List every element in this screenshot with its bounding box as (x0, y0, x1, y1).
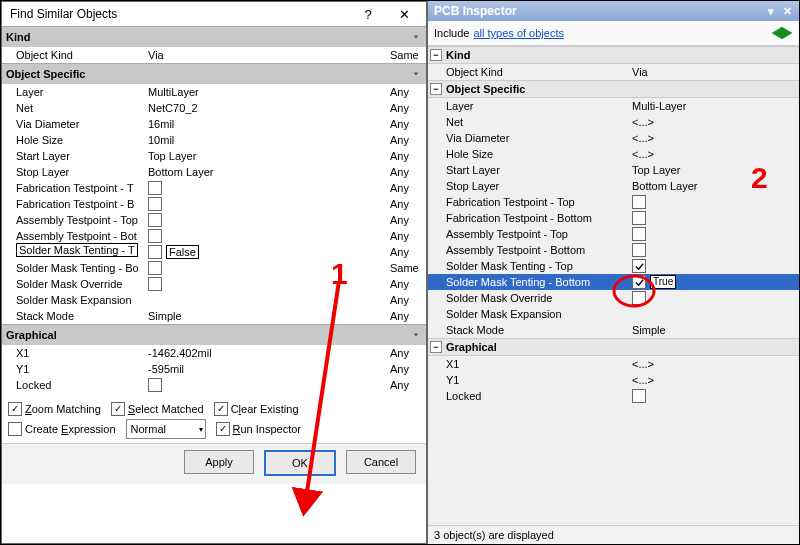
section-graphical[interactable]: Graphical (2, 324, 426, 345)
checkbox[interactable] (632, 243, 646, 257)
prop-row[interactable]: Assembly Testpoint - Bottom (428, 242, 799, 258)
table-row[interactable]: Fabrication Testpoint - BAny (2, 196, 426, 212)
prop-row[interactable]: Start LayerTop Layer (428, 162, 799, 178)
checkbox[interactable] (632, 275, 646, 289)
table-row[interactable]: Assembly Testpoint - TopAny (2, 212, 426, 228)
section-kind[interactable]: Kind (2, 26, 426, 47)
checkbox[interactable] (632, 195, 646, 209)
prop-row[interactable]: X1<...> (428, 356, 799, 372)
prop-row[interactable]: Solder Mask Expansion (428, 306, 799, 322)
prop-row[interactable]: LayerMulti-Layer (428, 98, 799, 114)
section-object-specific[interactable]: Object Specific (2, 63, 426, 84)
prop-row[interactable]: Hole Size<...> (428, 146, 799, 162)
table-row[interactable]: LayerMultiLayerAny (2, 84, 426, 100)
table-row[interactable]: Stack ModeSimpleAny (2, 308, 426, 324)
opt-run-inspector[interactable]: ✓Run Inspector (216, 422, 302, 436)
close-icon[interactable]: ✕ (779, 5, 795, 18)
table-row[interactable]: Assembly Testpoint - BotAny (2, 228, 426, 244)
table-row[interactable]: Solder Mask OverrideAny (2, 276, 426, 292)
include-link[interactable]: all types of objects (473, 27, 564, 39)
status-bar: 3 object(s) are displayed (428, 525, 799, 544)
row-object-kind[interactable]: Object Kind Via Same (2, 47, 426, 63)
chevron-down-icon: ▾ (199, 425, 203, 434)
checkbox[interactable] (632, 227, 646, 241)
find-similar-objects-dialog: Find Similar Objects ? ✕ Kind Object Kin… (1, 1, 427, 544)
checkbox[interactable] (148, 378, 162, 392)
prop-row[interactable]: Fabrication Testpoint - Top (428, 194, 799, 210)
ok-button[interactable]: OK (264, 450, 336, 476)
table-row[interactable]: Fabrication Testpoint - TAny (2, 180, 426, 196)
button-bar: Apply OK Cancel (2, 443, 426, 484)
prop-row[interactable]: Locked (428, 388, 799, 404)
table-row[interactable]: Stop LayerBottom LayerAny (2, 164, 426, 180)
collapse-icon[interactable]: − (430, 49, 442, 61)
panel-titlebar: PCB Inspector ▾ ✕ (428, 1, 799, 21)
table-row[interactable]: X1-1462.402milAny (2, 345, 426, 361)
options-area: ✓Zoom Matching ✓Select Matched ✓Clear Ex… (2, 393, 426, 443)
opt-create-expression[interactable]: Create Expression (8, 422, 116, 436)
prop-row-sm-tenting-bottom[interactable]: Solder Mask Tenting - Bottom True (428, 274, 799, 290)
table-row[interactable]: Y1-595milAny (2, 361, 426, 377)
prop-row[interactable]: Y1<...> (428, 372, 799, 388)
svg-marker-0 (772, 27, 792, 39)
checkbox[interactable] (632, 259, 646, 273)
checkbox[interactable] (148, 197, 162, 211)
opt-select-matched[interactable]: ✓Select Matched (111, 402, 204, 416)
collapse-icon[interactable]: − (430, 83, 442, 95)
chevron-down-icon (412, 66, 420, 82)
dropdown-icon[interactable]: ▾ (763, 5, 779, 18)
table-row[interactable]: Via Diameter16milAny (2, 116, 426, 132)
table-row[interactable]: Solder Mask Tenting - BoSame (2, 260, 426, 276)
checkbox[interactable] (148, 213, 162, 227)
checkbox[interactable] (632, 389, 646, 403)
apply-button[interactable]: Apply (184, 450, 254, 474)
row-sm-tenting-top[interactable]: Solder Mask Tenting - T False Any (2, 244, 426, 260)
cancel-button[interactable]: Cancel (346, 450, 416, 474)
prop-row[interactable]: Fabrication Testpoint - Bottom (428, 210, 799, 226)
checkbox[interactable] (632, 291, 646, 305)
checkbox[interactable] (148, 181, 162, 195)
opt-clear-existing[interactable]: ✓Clear Existing (214, 402, 299, 416)
annotation-2: 2 (751, 161, 768, 195)
annotation-1: 1 (331, 257, 348, 291)
panel-include-bar: Include all types of objects (428, 21, 799, 46)
chevron-down-icon (412, 327, 420, 343)
table-row[interactable]: Hole Size10milAny (2, 132, 426, 148)
dialog-title: Find Similar Objects (10, 7, 350, 21)
table-row[interactable]: Solder Mask ExpansionAny (2, 292, 426, 308)
help-icon[interactable]: ? (350, 4, 386, 24)
section-object-specific[interactable]: −Object Specific (428, 80, 799, 98)
prop-row-net[interactable]: Net<...> (428, 114, 799, 130)
prop-row[interactable]: Solder Mask Tenting - Top (428, 258, 799, 274)
checkbox[interactable] (148, 229, 162, 243)
section-graphical[interactable]: −Graphical (428, 338, 799, 356)
prop-row[interactable]: Via Diameter<...> (428, 130, 799, 146)
pcb-icon (769, 23, 795, 41)
checkbox[interactable] (148, 261, 162, 275)
chevron-down-icon (412, 29, 420, 45)
opt-zoom-matching[interactable]: ✓Zoom Matching (8, 402, 101, 416)
pcb-inspector-panel: PCB Inspector ▾ ✕ Include all types of o… (427, 1, 799, 544)
close-icon[interactable]: ✕ (386, 4, 422, 24)
table-row[interactable]: NetNetC70_2Any (2, 100, 426, 116)
collapse-icon[interactable]: − (430, 341, 442, 353)
prop-row[interactable]: Solder Mask Override (428, 290, 799, 306)
mask-mode-combo[interactable]: Normal ▾ (126, 419, 206, 439)
prop-row[interactable]: Stop LayerBottom Layer (428, 178, 799, 194)
table-row[interactable]: LockedAny (2, 377, 426, 393)
prop-row[interactable]: Assembly Testpoint - Top (428, 226, 799, 242)
checkbox[interactable] (148, 245, 162, 259)
section-kind[interactable]: −Kind (428, 46, 799, 64)
checkbox[interactable] (148, 277, 162, 291)
prop-row[interactable]: Stack ModeSimple (428, 322, 799, 338)
dialog-titlebar: Find Similar Objects ? ✕ (2, 2, 426, 26)
table-row[interactable]: Start LayerTop LayerAny (2, 148, 426, 164)
checkbox[interactable] (632, 211, 646, 225)
prop-row[interactable]: Object KindVia (428, 64, 799, 80)
net-link[interactable]: Net (446, 116, 463, 128)
